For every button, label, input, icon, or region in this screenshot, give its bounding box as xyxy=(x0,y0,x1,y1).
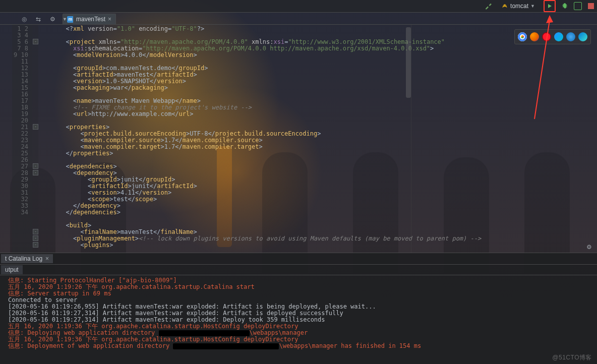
line-gutter: 1 2 3 4 5 6 7 8 9 10 11 12 13 14 15 16 1… xyxy=(12,25,32,253)
tomcat-icon xyxy=(501,3,508,10)
safari-icon[interactable] xyxy=(554,32,563,41)
edge-icon[interactable] xyxy=(578,32,587,41)
debug-button[interactable] xyxy=(561,2,569,10)
editor-right-panel xyxy=(411,24,597,253)
run-config-selector[interactable]: tomcat ▼ xyxy=(498,2,539,10)
settings-split-icon[interactable]: ⇆ xyxy=(34,15,42,23)
stop-icon xyxy=(588,3,594,9)
ie-icon[interactable] xyxy=(566,32,575,41)
firefox-icon[interactable] xyxy=(530,32,539,41)
close-icon[interactable]: × xyxy=(108,16,111,23)
chrome-icon[interactable] xyxy=(518,32,527,41)
bottom-subtabs: utput xyxy=(0,265,597,275)
play-icon xyxy=(547,3,553,9)
svg-point-0 xyxy=(504,5,504,6)
top-toolbar: tomcat ▼ xyxy=(0,0,597,13)
panel-gear-icon[interactable]: ⚙ xyxy=(585,243,593,251)
caret-down-icon: ▼ xyxy=(530,4,535,9)
build-icon[interactable] xyxy=(485,2,493,10)
caret-down-icon[interactable]: ▼ xyxy=(63,17,67,22)
fold-column[interactable]: ------- xyxy=(32,25,38,253)
opera-icon[interactable] xyxy=(542,32,551,41)
editor-tabs: m mavenTest × xyxy=(0,13,597,25)
close-icon[interactable]: × xyxy=(45,255,49,262)
svg-point-1 xyxy=(505,5,506,6)
stop-button[interactable] xyxy=(587,2,595,10)
target-icon[interactable]: ◎ xyxy=(20,15,28,23)
coverage-button[interactable] xyxy=(574,2,582,10)
gear-icon[interactable]: ⚙ xyxy=(48,15,56,23)
catalina-log-tab[interactable]: t Catalina Log × xyxy=(1,254,53,263)
bottom-panel-tabs: t Catalina Log × xyxy=(0,253,597,265)
browser-open-bar xyxy=(514,29,591,44)
watermark: @51CTO博客 xyxy=(552,353,592,362)
run-button[interactable] xyxy=(544,0,556,12)
run-config-name: tomcat xyxy=(510,3,528,10)
output-subtab[interactable]: utput xyxy=(1,265,23,274)
console-output[interactable]: 信息: Starting ProtocolHandler ["ajp-bio-8… xyxy=(0,275,597,364)
tab-label: t Catalina Log xyxy=(5,255,42,262)
tab-filename: mavenTest xyxy=(76,16,105,23)
